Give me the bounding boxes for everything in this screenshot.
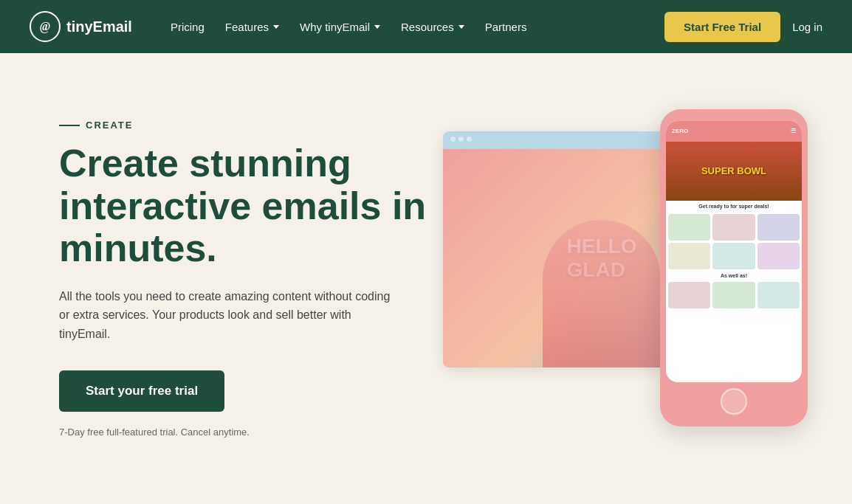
dot-1 xyxy=(450,137,456,142)
phone-item-2 xyxy=(712,214,755,241)
hero-cta-button[interactable]: Start your free trial xyxy=(59,370,224,412)
nav-left: @ tinyEmail Pricing Features Why tinyEma… xyxy=(30,11,535,42)
phone-items-grid-2 xyxy=(666,280,802,311)
dot-2 xyxy=(458,137,464,142)
phone-hero-image: SUPER BOWL xyxy=(666,142,802,201)
phone-item-7 xyxy=(668,282,710,308)
why-chevron-icon xyxy=(374,25,380,29)
phone-item-6 xyxy=(757,243,800,269)
tag-line-decoration xyxy=(59,125,80,126)
person-silhouette xyxy=(543,220,661,367)
hero-tag-text: CREATE xyxy=(86,120,133,131)
nav-resources[interactable]: Resources xyxy=(392,15,473,39)
hero-tag: CREATE xyxy=(59,120,443,131)
phone-item-8 xyxy=(712,282,755,308)
phone-menu-icon: ☰ xyxy=(791,128,796,134)
phone-home-button xyxy=(721,388,747,415)
phone-items-grid xyxy=(666,212,802,272)
phone-item-3 xyxy=(757,214,800,241)
hero-content: CREATE Create stunning interactive email… xyxy=(59,120,443,437)
nav-features[interactable]: Features xyxy=(216,15,288,39)
phone-item-1 xyxy=(668,214,710,241)
phone-footer-text: As well as! xyxy=(666,272,802,280)
phone-promo-text: Get ready to for super deals! xyxy=(666,201,802,212)
nav-partners[interactable]: Partners xyxy=(476,15,536,39)
resources-chevron-icon xyxy=(458,25,464,29)
desktop-dots xyxy=(450,137,472,142)
phone-item-9 xyxy=(757,282,800,308)
features-chevron-icon xyxy=(273,25,279,29)
logo-icon: @ xyxy=(30,11,61,42)
hero-description: All the tools you need to create amazing… xyxy=(59,287,399,344)
hero-sub-text: 7-Day free full-featured trial. Cancel a… xyxy=(59,427,443,438)
nav-right: Start Free Trial Log in xyxy=(664,12,822,42)
phone-item-5 xyxy=(712,243,755,269)
dot-3 xyxy=(467,137,472,142)
nav-pricing[interactable]: Pricing xyxy=(162,15,213,39)
nav-links: Pricing Features Why tinyEmail Resources… xyxy=(162,15,536,39)
phone-item-4 xyxy=(668,243,710,269)
logo[interactable]: @ tinyEmail xyxy=(30,11,132,42)
phone-screen: ZERO ☰ SUPER BOWL Get ready to for super… xyxy=(666,121,802,382)
hero-title: Create stunning interactive emails in mi… xyxy=(59,142,443,269)
login-button[interactable]: Log in xyxy=(792,21,822,33)
superbowl-text: SUPER BOWL xyxy=(701,165,766,177)
navbar: @ tinyEmail Pricing Features Why tinyEma… xyxy=(0,0,852,53)
nav-why[interactable]: Why tinyEmail xyxy=(291,15,389,39)
svg-text:@: @ xyxy=(40,20,51,33)
hero-section: CREATE Create stunning interactive email… xyxy=(0,53,852,504)
start-free-trial-button[interactable]: Start Free Trial xyxy=(664,12,780,42)
hero-illustration: HELLOGLAD ZERO ☰ SUPER BOWL Get ready to… xyxy=(443,102,808,456)
logo-text: tinyEmail xyxy=(66,18,132,35)
phone-mockup: ZERO ☰ SUPER BOWL Get ready to for super… xyxy=(660,109,808,427)
phone-header: ZERO ☰ xyxy=(666,121,802,142)
phone-app-name: ZERO xyxy=(672,128,688,134)
